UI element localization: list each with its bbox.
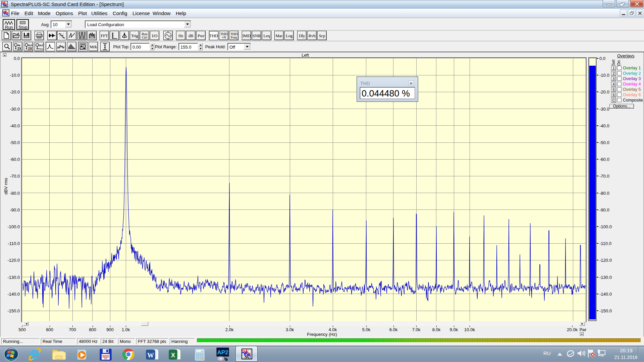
svg-text:FULL: FULL bbox=[38, 48, 43, 50]
svg-text:0: 0 bbox=[201, 350, 203, 353]
svg-text:IN: IN bbox=[18, 44, 20, 47]
svg-text:OUT: OUT bbox=[28, 44, 33, 46]
svg-text:2X: 2X bbox=[17, 47, 22, 50]
svg-text:2X: 2X bbox=[28, 47, 33, 50]
svg-text:W: W bbox=[147, 352, 154, 359]
svg-text:AP2: AP2 bbox=[217, 349, 228, 356]
svg-text:64: 64 bbox=[104, 357, 107, 360]
svg-text:SC: SC bbox=[3, 4, 7, 7]
svg-text:X: X bbox=[171, 352, 175, 359]
svg-text:SC: SC bbox=[244, 354, 251, 359]
svg-text:OUT: OUT bbox=[39, 44, 44, 46]
